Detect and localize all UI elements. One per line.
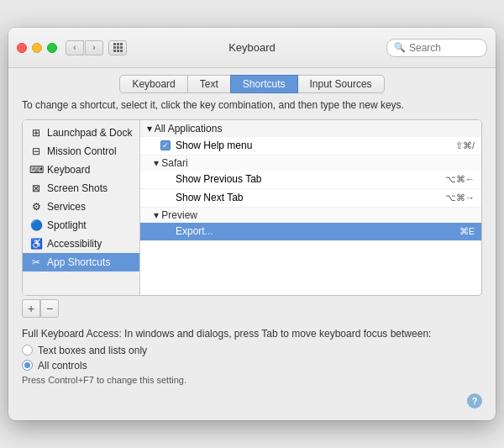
- mission-control-icon: ⊟: [29, 145, 43, 158]
- tabs-bar: Keyboard Text Shortcuts Input Sources: [8, 68, 496, 98]
- back-button[interactable]: ‹: [66, 40, 84, 55]
- sidebar-item-screenshots[interactable]: ⊠ Screen Shots: [23, 179, 139, 198]
- help-button[interactable]: ?: [467, 393, 482, 408]
- sidebar-item-keyboard[interactable]: ⌨ Keyboard: [23, 161, 139, 179]
- sidebar-item-spotlight[interactable]: 🔵 Spotlight: [23, 216, 139, 235]
- sidebar-item-accessibility[interactable]: ♿ Accessibility: [23, 235, 139, 253]
- radio-option-all-controls[interactable]: All controls: [22, 360, 482, 372]
- keyboard-access-note: Press Control+F7 to change this setting.: [22, 375, 482, 385]
- shortcut-row-export[interactable]: Export... ⌘E: [140, 223, 481, 241]
- main-panel: ⊞ Launchpad & Dock ⊟ Mission Control ⌨ K…: [22, 119, 482, 296]
- sidebar-label-screenshots: Screen Shots: [47, 182, 108, 194]
- spotlight-icon: 🔵: [29, 219, 43, 232]
- remove-shortcut-button[interactable]: −: [40, 299, 59, 318]
- instruction-text: To change a shortcut, select it, click t…: [22, 98, 482, 113]
- tab-shortcuts[interactable]: Shortcuts: [230, 75, 298, 93]
- nav-buttons: ‹ ›: [66, 40, 103, 55]
- sidebar-label-spotlight: Spotlight: [47, 219, 87, 231]
- shortcut-row-help-menu[interactable]: ✓ Show Help menu ⇧⌘/: [140, 137, 481, 155]
- shortcut-name-prev-tab: Show Previous Tab: [176, 173, 445, 185]
- sidebar-label-services: Services: [47, 201, 86, 213]
- main-window: ‹ › Keyboard 🔍 Keyboard Text Shortcuts I…: [8, 28, 496, 420]
- minimize-button[interactable]: [32, 43, 42, 53]
- shortcut-key-next-tab: ⌥⌘→: [445, 192, 475, 203]
- keyboard-access-title: Full Keyboard Access: In windows and dia…: [22, 328, 482, 340]
- add-shortcut-button[interactable]: +: [22, 299, 40, 318]
- shortcut-name-export: Export...: [176, 225, 459, 237]
- radio-text-boxes[interactable]: [22, 345, 33, 356]
- sidebar-item-services[interactable]: ⚙ Services: [23, 198, 139, 216]
- sidebar-label-mission-control: Mission Control: [47, 145, 117, 157]
- titlebar: ‹ › Keyboard 🔍: [8, 28, 496, 68]
- sidebar-item-launchpad[interactable]: ⊞ Launchpad & Dock: [23, 124, 139, 142]
- window-title: Keyboard: [228, 41, 276, 54]
- keyboard-access-section: Full Keyboard Access: In windows and dia…: [22, 328, 482, 385]
- search-box[interactable]: 🔍: [386, 39, 487, 57]
- sidebar-label-keyboard: Keyboard: [47, 164, 90, 176]
- radio-label-text-boxes: Text boxes and lists only: [38, 345, 147, 356]
- app-shortcuts-icon: ✂: [29, 256, 43, 269]
- sidebar-item-mission-control[interactable]: ⊟ Mission Control: [23, 142, 139, 161]
- grid-button[interactable]: [108, 40, 127, 55]
- services-icon: ⚙: [29, 200, 43, 213]
- shortcut-key-export: ⌘E: [459, 226, 475, 237]
- bottom-buttons: + −: [22, 299, 482, 318]
- shortcut-name-help-menu: Show Help menu: [176, 140, 455, 151]
- accessibility-icon: ♿: [29, 237, 43, 250]
- tab-input-sources[interactable]: Input Sources: [297, 75, 385, 93]
- search-input[interactable]: [409, 42, 476, 54]
- forward-button[interactable]: ›: [85, 40, 103, 55]
- shortcut-name-next-tab: Show Next Tab: [176, 192, 445, 203]
- traffic-lights: [17, 43, 57, 53]
- shortcut-key-prev-tab: ⌥⌘←: [445, 174, 475, 185]
- search-icon: 🔍: [394, 42, 406, 53]
- sidebar: ⊞ Launchpad & Dock ⊟ Mission Control ⌨ K…: [23, 120, 140, 295]
- sidebar-label-accessibility: Accessibility: [47, 238, 102, 250]
- shortcut-row-prev-tab[interactable]: Show Previous Tab ⌥⌘←: [140, 171, 481, 189]
- radio-all-controls[interactable]: [22, 360, 33, 371]
- group-header-all-apps: ▾ All Applications: [140, 120, 481, 137]
- tab-keyboard[interactable]: Keyboard: [119, 75, 187, 93]
- launchpad-icon: ⊞: [29, 126, 43, 140]
- sidebar-label-app-shortcuts: App Shortcuts: [47, 256, 110, 268]
- subgroup-header-safari: ▾ Safari: [140, 155, 481, 171]
- shortcut-row-next-tab[interactable]: Show Next Tab ⌥⌘→: [140, 189, 481, 208]
- sidebar-item-app-shortcuts[interactable]: ✂ App Shortcuts: [23, 253, 139, 271]
- checkbox-area[interactable]: ✓: [160, 140, 176, 150]
- checkbox-help-menu[interactable]: ✓: [160, 140, 171, 150]
- shortcut-key-help-menu: ⇧⌘/: [455, 140, 475, 151]
- tab-text[interactable]: Text: [187, 75, 231, 93]
- keyboard-icon: ⌨: [29, 163, 43, 177]
- shortcut-table: ▾ All Applications ✓ Show Help menu ⇧⌘/ …: [140, 120, 481, 295]
- close-button[interactable]: [17, 43, 27, 53]
- sidebar-label-launchpad: Launchpad & Dock: [47, 127, 132, 139]
- grid-icon: [113, 43, 123, 52]
- subgroup-header-preview: ▾ Preview: [140, 208, 481, 223]
- content-area: To change a shortcut, select it, click t…: [8, 98, 496, 395]
- radio-option-text-boxes[interactable]: Text boxes and lists only: [22, 345, 482, 356]
- screenshot-icon: ⊠: [29, 182, 43, 195]
- radio-label-all-controls: All controls: [38, 360, 87, 372]
- maximize-button[interactable]: [47, 43, 57, 53]
- footer: ?: [8, 395, 496, 420]
